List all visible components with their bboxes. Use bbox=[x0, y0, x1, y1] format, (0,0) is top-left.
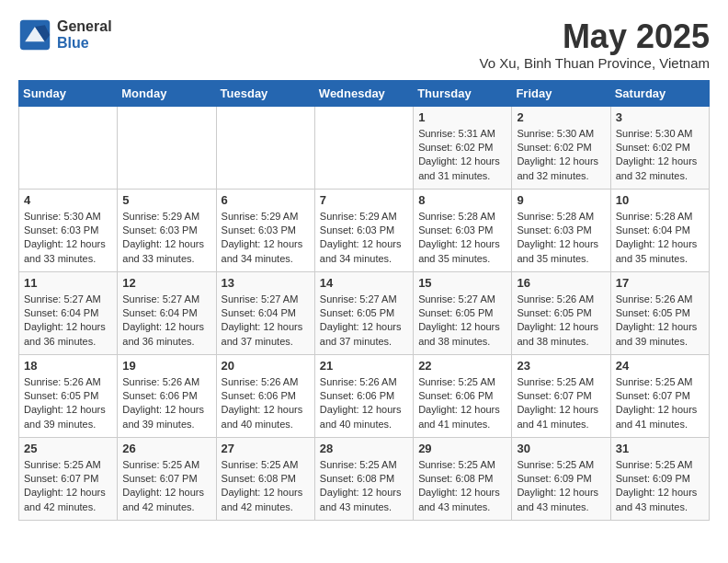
day-detail: Sunrise: 5:30 AM Sunset: 6:02 PM Dayligh… bbox=[616, 127, 704, 184]
day-number: 8 bbox=[418, 193, 506, 207]
calendar-cell: 26Sunrise: 5:25 AM Sunset: 6:07 PM Dayli… bbox=[118, 437, 216, 520]
day-number: 23 bbox=[517, 359, 605, 373]
day-number: 4 bbox=[24, 193, 112, 207]
weekday-header: Saturday bbox=[610, 80, 709, 106]
calendar-cell: 7Sunrise: 5:29 AM Sunset: 6:03 PM Daylig… bbox=[314, 189, 413, 271]
day-detail: Sunrise: 5:25 AM Sunset: 6:09 PM Dayligh… bbox=[517, 458, 605, 515]
day-detail: Sunrise: 5:29 AM Sunset: 6:03 PM Dayligh… bbox=[222, 210, 310, 267]
day-detail: Sunrise: 5:25 AM Sunset: 6:08 PM Dayligh… bbox=[222, 458, 310, 515]
day-number: 21 bbox=[320, 359, 408, 373]
weekday-header-row: SundayMondayTuesdayWednesdayThursdayFrid… bbox=[19, 80, 710, 106]
calendar-cell: 22Sunrise: 5:25 AM Sunset: 6:06 PM Dayli… bbox=[414, 354, 512, 437]
calendar-cell: 30Sunrise: 5:25 AM Sunset: 6:09 PM Dayli… bbox=[512, 437, 610, 520]
location: Vo Xu, Binh Thuan Province, Vietnam bbox=[480, 55, 710, 71]
logo-general: General bbox=[57, 18, 112, 35]
calendar-cell bbox=[216, 106, 314, 189]
calendar-cell: 28Sunrise: 5:25 AM Sunset: 6:08 PM Dayli… bbox=[314, 437, 413, 520]
calendar-cell: 11Sunrise: 5:27 AM Sunset: 6:04 PM Dayli… bbox=[19, 271, 118, 354]
day-detail: Sunrise: 5:28 AM Sunset: 6:03 PM Dayligh… bbox=[418, 210, 506, 267]
calendar-week-row: 25Sunrise: 5:25 AM Sunset: 6:07 PM Dayli… bbox=[19, 437, 710, 520]
day-detail: Sunrise: 5:28 AM Sunset: 6:04 PM Dayligh… bbox=[616, 210, 704, 267]
calendar-cell: 13Sunrise: 5:27 AM Sunset: 6:04 PM Dayli… bbox=[216, 271, 314, 354]
day-number: 30 bbox=[517, 442, 605, 455]
day-detail: Sunrise: 5:27 AM Sunset: 6:05 PM Dayligh… bbox=[320, 293, 408, 350]
day-number: 20 bbox=[222, 359, 310, 373]
logo: General Blue bbox=[18, 18, 112, 52]
calendar-cell: 20Sunrise: 5:26 AM Sunset: 6:06 PM Dayli… bbox=[216, 354, 314, 437]
day-detail: Sunrise: 5:28 AM Sunset: 6:03 PM Dayligh… bbox=[517, 210, 605, 267]
day-detail: Sunrise: 5:27 AM Sunset: 6:04 PM Dayligh… bbox=[222, 293, 310, 350]
calendar-cell: 21Sunrise: 5:26 AM Sunset: 6:06 PM Dayli… bbox=[314, 354, 413, 437]
weekday-header: Monday bbox=[118, 80, 216, 106]
day-detail: Sunrise: 5:27 AM Sunset: 6:04 PM Dayligh… bbox=[122, 293, 210, 350]
day-number: 1 bbox=[418, 110, 506, 124]
day-detail: Sunrise: 5:30 AM Sunset: 6:02 PM Dayligh… bbox=[517, 127, 605, 184]
calendar-cell: 19Sunrise: 5:26 AM Sunset: 6:06 PM Dayli… bbox=[118, 354, 216, 437]
day-number: 18 bbox=[24, 359, 112, 373]
day-detail: Sunrise: 5:25 AM Sunset: 6:07 PM Dayligh… bbox=[517, 375, 605, 432]
day-detail: Sunrise: 5:27 AM Sunset: 6:05 PM Dayligh… bbox=[418, 293, 506, 350]
day-detail: Sunrise: 5:25 AM Sunset: 6:07 PM Dayligh… bbox=[616, 375, 704, 432]
month-year: May 2025 bbox=[480, 18, 710, 55]
logo-text: General Blue bbox=[57, 18, 112, 51]
day-number: 6 bbox=[222, 193, 310, 207]
day-number: 19 bbox=[122, 359, 210, 373]
calendar-cell: 15Sunrise: 5:27 AM Sunset: 6:05 PM Dayli… bbox=[414, 271, 512, 354]
day-number: 24 bbox=[616, 359, 704, 373]
calendar-cell: 4Sunrise: 5:30 AM Sunset: 6:03 PM Daylig… bbox=[19, 189, 118, 271]
calendar-cell: 3Sunrise: 5:30 AM Sunset: 6:02 PM Daylig… bbox=[610, 106, 709, 189]
calendar-week-row: 18Sunrise: 5:26 AM Sunset: 6:05 PM Dayli… bbox=[19, 354, 710, 437]
day-detail: Sunrise: 5:27 AM Sunset: 6:04 PM Dayligh… bbox=[24, 293, 112, 350]
day-detail: Sunrise: 5:25 AM Sunset: 6:07 PM Dayligh… bbox=[122, 458, 210, 515]
weekday-header: Friday bbox=[512, 80, 610, 106]
day-number: 25 bbox=[24, 442, 112, 455]
calendar-cell bbox=[314, 106, 413, 189]
day-number: 31 bbox=[616, 442, 704, 455]
day-number: 28 bbox=[320, 442, 408, 455]
day-detail: Sunrise: 5:25 AM Sunset: 6:08 PM Dayligh… bbox=[320, 458, 408, 515]
day-number: 29 bbox=[418, 442, 506, 455]
day-detail: Sunrise: 5:30 AM Sunset: 6:03 PM Dayligh… bbox=[24, 210, 112, 267]
calendar-cell: 9Sunrise: 5:28 AM Sunset: 6:03 PM Daylig… bbox=[512, 189, 610, 271]
weekday-header: Wednesday bbox=[314, 80, 413, 106]
weekday-header: Sunday bbox=[19, 80, 118, 106]
calendar-cell: 10Sunrise: 5:28 AM Sunset: 6:04 PM Dayli… bbox=[610, 189, 709, 271]
day-number: 22 bbox=[418, 359, 506, 373]
day-detail: Sunrise: 5:29 AM Sunset: 6:03 PM Dayligh… bbox=[320, 210, 408, 267]
calendar-cell: 14Sunrise: 5:27 AM Sunset: 6:05 PM Dayli… bbox=[314, 271, 413, 354]
logo-icon bbox=[18, 18, 51, 52]
day-detail: Sunrise: 5:25 AM Sunset: 6:06 PM Dayligh… bbox=[418, 375, 506, 432]
calendar-cell: 24Sunrise: 5:25 AM Sunset: 6:07 PM Dayli… bbox=[610, 354, 709, 437]
day-number: 13 bbox=[222, 276, 310, 290]
day-number: 2 bbox=[517, 110, 605, 124]
day-detail: Sunrise: 5:25 AM Sunset: 6:07 PM Dayligh… bbox=[24, 458, 112, 515]
calendar-cell: 18Sunrise: 5:26 AM Sunset: 6:05 PM Dayli… bbox=[19, 354, 118, 437]
calendar-cell bbox=[19, 106, 118, 189]
day-detail: Sunrise: 5:25 AM Sunset: 6:08 PM Dayligh… bbox=[418, 458, 506, 515]
day-detail: Sunrise: 5:26 AM Sunset: 6:06 PM Dayligh… bbox=[320, 375, 408, 432]
day-detail: Sunrise: 5:31 AM Sunset: 6:02 PM Dayligh… bbox=[418, 127, 506, 184]
day-number: 26 bbox=[122, 442, 210, 455]
calendar-cell: 5Sunrise: 5:29 AM Sunset: 6:03 PM Daylig… bbox=[118, 189, 216, 271]
calendar-cell: 29Sunrise: 5:25 AM Sunset: 6:08 PM Dayli… bbox=[414, 437, 512, 520]
day-number: 11 bbox=[24, 276, 112, 290]
weekday-header: Thursday bbox=[414, 80, 512, 106]
calendar-cell: 6Sunrise: 5:29 AM Sunset: 6:03 PM Daylig… bbox=[216, 189, 314, 271]
calendar-week-row: 4Sunrise: 5:30 AM Sunset: 6:03 PM Daylig… bbox=[19, 189, 710, 271]
day-number: 5 bbox=[122, 193, 210, 207]
day-number: 10 bbox=[616, 193, 704, 207]
calendar-cell: 12Sunrise: 5:27 AM Sunset: 6:04 PM Dayli… bbox=[118, 271, 216, 354]
day-detail: Sunrise: 5:26 AM Sunset: 6:06 PM Dayligh… bbox=[222, 375, 310, 432]
calendar-week-row: 1Sunrise: 5:31 AM Sunset: 6:02 PM Daylig… bbox=[19, 106, 710, 189]
day-number: 17 bbox=[616, 276, 704, 290]
calendar-cell: 31Sunrise: 5:25 AM Sunset: 6:09 PM Dayli… bbox=[610, 437, 709, 520]
calendar-cell: 16Sunrise: 5:26 AM Sunset: 6:05 PM Dayli… bbox=[512, 271, 610, 354]
day-number: 9 bbox=[517, 193, 605, 207]
day-number: 15 bbox=[418, 276, 506, 290]
calendar-cell: 2Sunrise: 5:30 AM Sunset: 6:02 PM Daylig… bbox=[512, 106, 610, 189]
day-detail: Sunrise: 5:29 AM Sunset: 6:03 PM Dayligh… bbox=[122, 210, 210, 267]
calendar-week-row: 11Sunrise: 5:27 AM Sunset: 6:04 PM Dayli… bbox=[19, 271, 710, 354]
day-number: 27 bbox=[222, 442, 310, 455]
day-number: 7 bbox=[320, 193, 408, 207]
day-detail: Sunrise: 5:26 AM Sunset: 6:06 PM Dayligh… bbox=[122, 375, 210, 432]
